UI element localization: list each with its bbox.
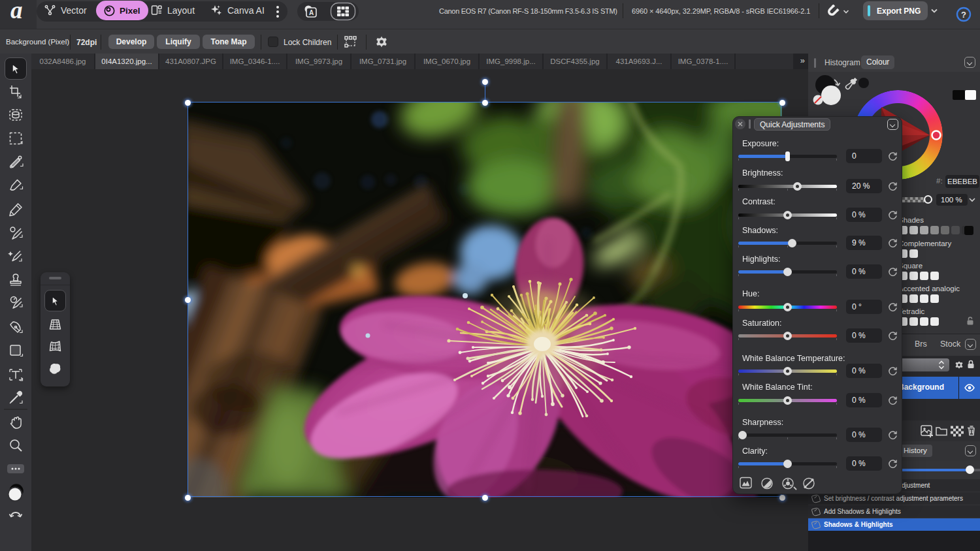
svg-text:A: A [309,9,314,16]
svg-text:?: ? [961,10,966,20]
